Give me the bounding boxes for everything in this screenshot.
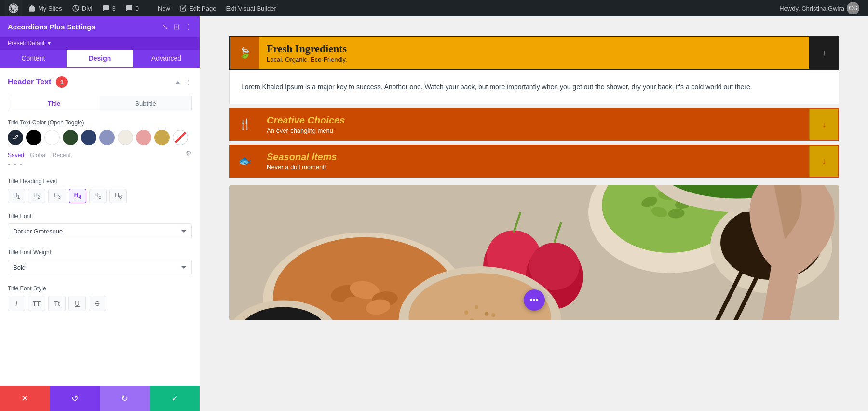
heading-h2[interactable]: H2 [28,189,45,203]
section-options-icon[interactable]: ⋮ [185,78,192,86]
heading-h5[interactable]: H5 [89,189,107,203]
heading-h3[interactable]: H3 [48,189,66,203]
accordion-title-2: Creative Choices [267,115,801,126]
section-collapse-icon[interactable]: ▲ [175,78,181,86]
accordion-item-1: 🍃 Fresh Ingredients Local. Organic. Eco-… [229,36,839,104]
admin-bar-right: Howdy, Christina Gwira CG [775,0,863,16]
accordion-header-1[interactable]: 🍃 Fresh Ingredients Local. Organic. Eco-… [229,36,839,70]
heading-h4[interactable]: H4 [69,189,86,203]
panel-resize-icon[interactable]: ⤡ [162,22,168,31]
color-dots: • • • [8,161,192,168]
title-heading-level-group: Title Heading Level H1 H2 H3 H4 H5 H6 [8,178,192,203]
accordion-body-1: Lorem Khaled Ipsum is a major key to suc… [229,70,839,104]
preset-bar[interactable]: Preset: Default ▾ [0,37,200,50]
my-sites-button[interactable]: My Sites [24,0,66,16]
accordion-header-3[interactable]: 🐟 Seasonal Items Never a dull moment! ↓ [229,145,839,178]
tab-content[interactable]: Content [0,50,67,68]
font-style-uppercase[interactable]: TT [28,296,45,311]
title-font-label: Title Font [8,213,192,219]
title-font-group: Title Font Darker Grotesque Roboto Open … [8,213,192,239]
color-tab-recent[interactable]: Recent [53,152,71,159]
color-swatch-dark-green[interactable] [63,130,78,145]
divi-button[interactable]: Divi [68,0,96,16]
tab-design[interactable]: Design [67,50,133,68]
edit-page-button[interactable]: Edit Page [176,0,220,16]
undo-button[interactable]: ↺ [50,386,100,411]
panel-tabs: Content Design Advanced [0,50,200,68]
color-swatch-lavender[interactable] [99,130,115,145]
color-swatch-cream[interactable] [118,130,133,145]
title-font-style-label: Title Font Style [8,285,192,292]
accordion-icon-2: 🍴 [230,109,259,140]
color-swatch-white[interactable] [44,130,60,145]
color-tab-global[interactable]: Global [30,152,47,159]
accordion-header-2[interactable]: 🍴 Creative Choices An ever-changing menu… [229,108,839,141]
heading-h1[interactable]: H1 [8,189,25,203]
page-preview: 🍃 Fresh Ingredients Local. Organic. Eco-… [200,16,868,411]
font-style-underline[interactable]: U [68,296,86,311]
section-badge: 1 [56,76,68,88]
accordion-icon-1: 🍃 [230,37,259,69]
section-actions: ▲ ⋮ [175,78,192,86]
color-tab-saved[interactable]: Saved [8,152,24,159]
exit-visual-builder-button[interactable]: Exit Visual Builder [222,0,280,16]
cancel-button[interactable]: ✕ [0,386,50,411]
title-font-weight-label: Title Font Weight [8,249,192,256]
panel-columns-icon[interactable]: ⊞ [173,22,179,31]
accordion-text-3: Seasonal Items Never a dull moment! [259,146,809,177]
tab-advanced[interactable]: Advanced [133,50,200,68]
user-greeting[interactable]: Howdy, Christina Gwira CG [775,0,863,16]
accordion-subtitle-3: Never a dull moment! [267,164,801,171]
color-swatch-gold[interactable] [154,130,170,145]
section-header: Header Text 1 ▲ ⋮ [8,76,192,88]
title-font-weight-group: Title Font Weight Bold Normal Light Extr… [8,249,192,275]
title-text-color-group: Title Text Color (Open Toggle) [8,119,192,168]
color-settings-icon[interactable]: ⚙ [186,150,192,157]
panel-header-icons: ⤡ ⊞ ⋮ [162,22,192,31]
sub-tab-title[interactable]: Title [8,96,100,111]
accordion-toggle-1[interactable]: ↓ [809,37,838,69]
color-swatch-navy[interactable] [81,130,96,145]
accordion-subtitle-2: An ever-changing menu [267,127,801,134]
color-tabs: Saved Global Recent [8,152,71,159]
title-font-select[interactable]: Darker Grotesque Roboto Open Sans [8,223,192,239]
main-layout: Accordions Plus Settings ⤡ ⊞ ⋮ Preset: D… [0,16,868,411]
font-style-capitalize[interactable]: Tt [48,296,66,311]
header-sub-tabs: Title Subtitle [8,96,192,111]
panel-bottom-bar: ✕ ↺ ↻ ✓ [0,386,200,411]
sub-tab-subtitle[interactable]: Subtitle [100,96,191,111]
svg-point-38 [485,312,488,316]
panel-menu-icon[interactable]: ⋮ [184,22,192,31]
heading-level-buttons: H1 H2 H3 H4 H5 H6 [8,189,192,203]
food-image: ••• [229,185,839,320]
save-button[interactable]: ✓ [150,386,200,411]
font-style-italic[interactable]: I [8,296,25,311]
accordion-toggle-3[interactable]: ↓ [809,146,838,177]
accordion-toggle-2[interactable]: ↓ [809,109,838,140]
eyedropper-swatch[interactable] [8,130,23,145]
accordion-item-3: 🐟 Seasonal Items Never a dull moment! ↓ [229,145,839,178]
accordion-subtitle-1: Local. Organic. Eco-Friendly. [267,56,801,63]
panel-header: Accordions Plus Settings ⤡ ⊞ ⋮ [0,16,200,37]
title-text-color-label: Title Text Color (Open Toggle) [8,119,192,126]
panel-content: Header Text 1 ▲ ⋮ Title Subtitle [0,68,200,386]
title-font-style-group: Title Font Style I TT Tt U S [8,285,192,311]
settings-panel: Accordions Plus Settings ⤡ ⊞ ⋮ Preset: D… [0,16,200,411]
title-font-weight-select[interactable]: Bold Normal Light ExtraBold [8,260,192,275]
font-style-strikethrough[interactable]: S [89,296,106,311]
new-button[interactable]: New [145,0,174,16]
accordion-text-2: Creative Choices An ever-changing menu [259,109,809,140]
floating-action-button[interactable]: ••• [524,289,545,311]
color-row-settings: Saved Global Recent ⚙ [8,148,192,159]
svg-point-36 [464,311,468,315]
comments2-button[interactable]: 0 [122,0,143,16]
accordion-text-1: Fresh Ingredients Local. Organic. Eco-Fr… [259,37,809,69]
color-swatch-clear[interactable] [173,130,188,145]
heading-h6[interactable]: H6 [109,189,127,203]
comments-button[interactable]: 3 [98,0,120,16]
redo-button[interactable]: ↻ [100,386,150,411]
color-swatch-black[interactable] [26,130,41,145]
accordion-title-1: Fresh Ingredients [267,42,801,55]
wp-logo-button[interactable] [5,0,22,16]
color-swatch-pink[interactable] [136,130,151,145]
